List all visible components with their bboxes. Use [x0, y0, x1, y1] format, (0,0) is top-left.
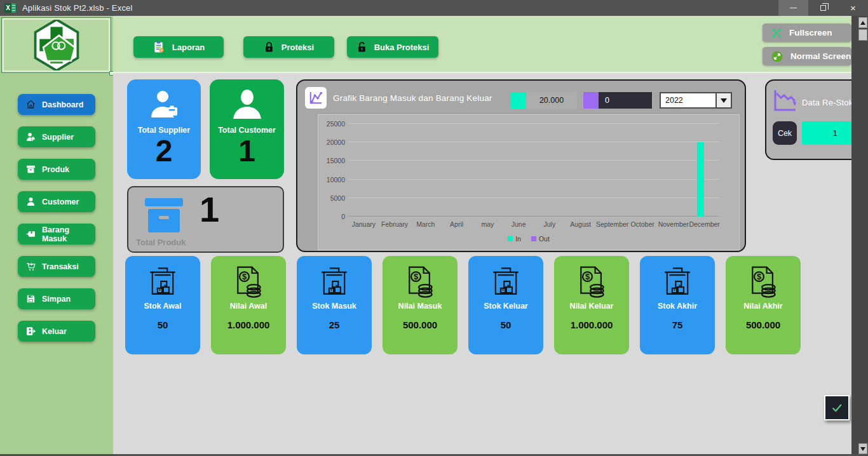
y-axis-tick: 15000 — [320, 157, 345, 164]
sidebar-item-customer[interactable]: Customer — [18, 191, 95, 212]
sidebar-item-barang-masuk[interactable]: Barang Masuk — [18, 224, 95, 245]
month-label: February — [379, 220, 410, 228]
svg-text:$: $ — [585, 272, 590, 281]
sidebar-item-transaksi[interactable]: Transaksi — [18, 256, 95, 277]
scrollbar-thumb[interactable] — [858, 29, 867, 41]
minimize-button[interactable] — [778, 0, 808, 16]
category-slot — [689, 124, 720, 217]
fullscreen-label: Fullscreen — [789, 28, 832, 37]
month-label: November — [658, 220, 689, 228]
y-axis-tick: 25000 — [320, 120, 345, 128]
summary-card: $Nilai Masuk500.000 — [383, 256, 458, 354]
sidebar-item-simpan[interactable]: Simpan — [18, 288, 95, 309]
summary-card: Stok Awal50 — [125, 256, 200, 354]
summary-card: $Nilai Keluar1.000.000 — [554, 256, 629, 354]
summary-card-label: Nilai Keluar — [570, 302, 614, 311]
scroll-up-button[interactable] — [858, 17, 867, 28]
exit-icon — [25, 326, 36, 337]
month-label: July — [534, 220, 566, 228]
produk-stat-icon — [144, 197, 184, 236]
fullscreen-button[interactable]: Fullscreen — [763, 23, 851, 42]
window-title: Aplikasi Stok Pt2.xlsb - Excel — [22, 3, 133, 13]
summary-card-value: 50 — [158, 319, 168, 330]
summary-card: Stok Akhir75 — [640, 256, 715, 354]
cart-icon — [25, 261, 36, 272]
sidebar-item-produk[interactable]: Produk — [18, 159, 95, 180]
sidebar-item-label: Transaksi — [42, 262, 79, 271]
year-selected-value: 2022 — [661, 96, 715, 105]
month-label: March — [410, 220, 442, 228]
sidebar-item-label: Barang Masuk — [42, 225, 95, 243]
dropdown-arrow-icon[interactable] — [715, 93, 731, 107]
summary-card-value: 50 — [501, 319, 512, 330]
summary-card-value: 500.000 — [746, 319, 780, 330]
summary-card-label: Nilai Awal — [230, 302, 267, 311]
month-label: April — [441, 220, 472, 228]
y-axis-tick: 10000 — [320, 176, 345, 184]
proteksi-label: Proteksi — [281, 43, 314, 52]
month-label: September — [596, 220, 627, 228]
vertical-scrollbar[interactable] — [851, 16, 868, 456]
chart-month-axis: JanuaryFebruaryMarchAprilmayJuneJulyAugu… — [348, 220, 720, 228]
sidebar-item-keluar[interactable]: Keluar — [18, 321, 95, 342]
total-supplier-value: 2 — [156, 136, 173, 166]
pharmacy-logo-icon — [31, 18, 82, 72]
month-label: October — [627, 220, 658, 228]
sidebar-item-label: Produk — [42, 165, 69, 174]
summary-card-label: Stok Akhir — [658, 302, 697, 311]
laporan-button[interactable]: Laporan — [133, 36, 224, 58]
year-dropdown[interactable]: 2022 — [660, 92, 732, 109]
restore-icon — [820, 5, 826, 11]
svg-text:$: $ — [242, 272, 247, 281]
cek-label: Cek — [778, 129, 792, 138]
chart-legend: InOut — [318, 235, 739, 243]
summary-card: Stok Keluar50 — [468, 256, 543, 354]
invoice-icon: $ — [232, 264, 265, 299]
restore-button[interactable] — [808, 0, 838, 16]
restok-panel: Data Re-Stok Cek 1 — [765, 79, 851, 160]
box-icon — [25, 164, 36, 175]
svg-text:$: $ — [757, 272, 762, 281]
warehouse-icon — [660, 264, 695, 299]
close-button[interactable]: × — [838, 0, 868, 16]
close-icon: × — [850, 3, 856, 13]
warehouse-icon — [317, 264, 351, 299]
scroll-up-icon — [860, 21, 865, 25]
y-axis-tick: 20000 — [320, 138, 345, 146]
total-produk-card: 1 Total Produk — [127, 186, 284, 253]
scroll-down-button[interactable] — [858, 443, 867, 454]
cek-button[interactable]: Cek — [773, 121, 797, 145]
summary-card-label: Stok Awal — [144, 302, 181, 311]
confirm-button[interactable] — [824, 395, 850, 420]
normal-screen-label: Normal Screen — [790, 51, 851, 61]
summary-card-value: 1.000.000 — [571, 319, 613, 330]
category-slot — [658, 124, 689, 217]
sidebar: Dashboard Supplier Produk Customer — [0, 16, 113, 454]
total-supplier-card: Total Supplier 2 — [127, 79, 201, 179]
buka-proteksi-button[interactable]: Buka Proteksi — [347, 36, 438, 58]
category-slot — [534, 124, 566, 217]
restok-value: 1 — [802, 121, 851, 145]
total-supplier-label: Total Supplier — [138, 126, 190, 135]
sidebar-item-supplier[interactable]: Supplier — [18, 126, 95, 147]
proteksi-button[interactable]: Proteksi — [243, 36, 334, 58]
category-slot — [348, 124, 379, 217]
sidebar-item-label: Dashboard — [42, 100, 83, 109]
category-slot — [410, 124, 442, 217]
bar-chart: JanuaryFebruaryMarchAprilmayJuneJulyAugu… — [318, 114, 740, 250]
sidebar-menu: Dashboard Supplier Produk Customer — [18, 94, 95, 342]
sidebar-item-dashboard[interactable]: Dashboard — [18, 94, 95, 115]
summary-card-value: 25 — [329, 319, 340, 330]
total-customer-value: 1 — [238, 136, 255, 166]
summary-card-label: Stok Keluar — [484, 302, 527, 311]
sidebar-item-label: Customer — [42, 198, 79, 206]
chart-plot — [348, 124, 720, 217]
lock-icon — [264, 41, 275, 53]
normal-screen-button[interactable]: Normal Screen — [763, 47, 851, 65]
warehouse-icon — [489, 264, 523, 299]
y-axis-tick: 0 — [320, 213, 345, 220]
box-in-icon — [25, 229, 36, 240]
minimize-icon — [790, 8, 797, 9]
excel-logo-icon: X — [4, 3, 16, 13]
customer-icon — [25, 196, 36, 208]
